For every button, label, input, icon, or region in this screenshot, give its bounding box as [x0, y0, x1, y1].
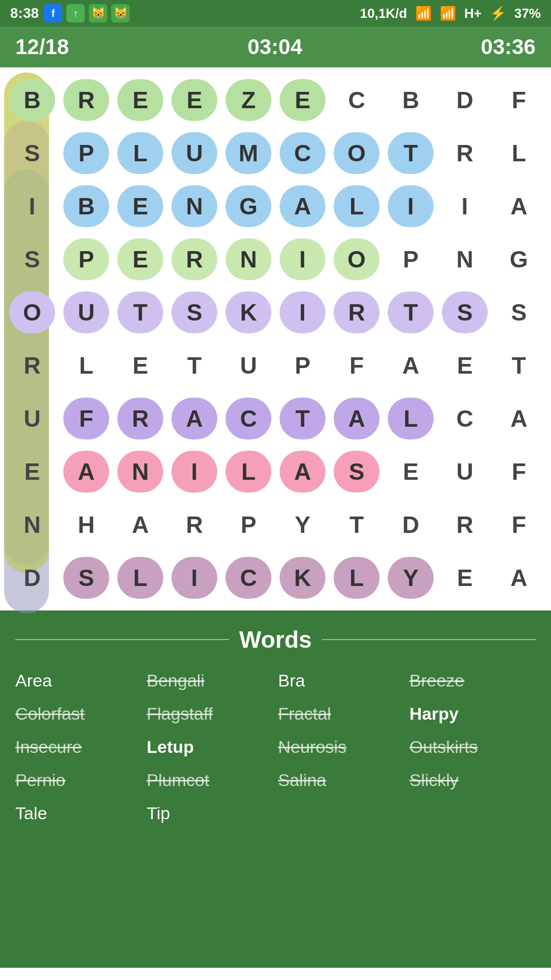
cell-r5-c8[interactable]: E — [439, 340, 491, 391]
cell-r4-c5[interactable]: I — [277, 287, 329, 338]
cell-r3-c9[interactable]: G — [493, 234, 545, 285]
cell-r8-c4[interactable]: P — [222, 499, 274, 550]
cell-r3-c3[interactable]: R — [168, 234, 220, 285]
cell-r7-c6[interactable]: S — [331, 446, 383, 497]
cell-r8-c7[interactable]: D — [385, 499, 437, 550]
cell-r7-c5[interactable]: A — [277, 446, 329, 497]
cell-r2-c7[interactable]: I — [385, 181, 437, 232]
cell-r8-c3[interactable]: R — [168, 499, 220, 550]
cell-r5-c7[interactable]: A — [385, 340, 437, 391]
cell-r6-c5[interactable]: T — [277, 393, 329, 444]
cell-r7-c7[interactable]: E — [385, 446, 437, 497]
cell-r8-c1[interactable]: H — [60, 499, 112, 550]
cell-r3-c2[interactable]: E — [114, 234, 166, 285]
cell-r6-c4[interactable]: C — [222, 393, 274, 444]
cell-r0-c2[interactable]: E — [114, 75, 166, 126]
cell-r6-c0[interactable]: U — [6, 393, 58, 444]
cell-r2-c1[interactable]: B — [60, 181, 112, 232]
cell-r9-c3[interactable]: I — [168, 552, 220, 603]
cell-r9-c8[interactable]: E — [439, 552, 491, 603]
cell-r2-c0[interactable]: I — [6, 181, 58, 232]
cell-r2-c2[interactable]: E — [114, 181, 166, 232]
cell-r2-c3[interactable]: N — [168, 181, 220, 232]
cell-r3-c1[interactable]: P — [60, 234, 112, 285]
cell-r3-c4[interactable]: N — [222, 234, 274, 285]
cell-r1-c7[interactable]: T — [385, 128, 437, 179]
cell-r5-c6[interactable]: F — [331, 340, 383, 391]
cell-r6-c2[interactable]: R — [114, 393, 166, 444]
cell-r2-c5[interactable]: A — [277, 181, 329, 232]
cell-r1-c3[interactable]: U — [168, 128, 220, 179]
cell-r2-c9[interactable]: A — [493, 181, 545, 232]
cell-r3-c7[interactable]: P — [385, 234, 437, 285]
cell-r9-c0[interactable]: D — [6, 552, 58, 603]
cell-r8-c2[interactable]: A — [114, 499, 166, 550]
cell-r1-c0[interactable]: S — [6, 128, 58, 179]
cell-r0-c6[interactable]: C — [331, 75, 383, 126]
cell-r7-c8[interactable]: U — [439, 446, 491, 497]
cell-r3-c6[interactable]: O — [331, 234, 383, 285]
cell-r5-c4[interactable]: U — [222, 340, 274, 391]
cell-r7-c9[interactable]: F — [493, 446, 545, 497]
cell-r0-c7[interactable]: B — [385, 75, 437, 126]
cell-r0-c9[interactable]: F — [493, 75, 545, 126]
cell-r7-c0[interactable]: E — [6, 446, 58, 497]
cell-r9-c4[interactable]: C — [222, 552, 274, 603]
cell-r2-c8[interactable]: I — [439, 181, 491, 232]
cell-r5-c1[interactable]: L — [60, 340, 112, 391]
cell-r9-c7[interactable]: Y — [385, 552, 437, 603]
cell-r7-c1[interactable]: A — [60, 446, 112, 497]
cell-r1-c9[interactable]: L — [493, 128, 545, 179]
cell-r1-c2[interactable]: L — [114, 128, 166, 179]
cell-r3-c8[interactable]: N — [439, 234, 491, 285]
cell-r8-c9[interactable]: F — [493, 499, 545, 550]
cell-r4-c3[interactable]: S — [168, 287, 220, 338]
cell-r4-c7[interactable]: T — [385, 287, 437, 338]
cell-r5-c3[interactable]: T — [168, 340, 220, 391]
cell-r5-c0[interactable]: R — [6, 340, 58, 391]
cell-r5-c5[interactable]: P — [277, 340, 329, 391]
cell-r3-c5[interactable]: I — [277, 234, 329, 285]
cell-r1-c6[interactable]: O — [331, 128, 383, 179]
cell-r5-c2[interactable]: E — [114, 340, 166, 391]
cell-r9-c1[interactable]: S — [60, 552, 112, 603]
cell-r0-c3[interactable]: E — [168, 75, 220, 126]
cell-r9-c5[interactable]: K — [277, 552, 329, 603]
cell-r4-c8[interactable]: S — [439, 287, 491, 338]
cell-r7-c3[interactable]: I — [168, 446, 220, 497]
cell-r9-c2[interactable]: L — [114, 552, 166, 603]
cell-r1-c5[interactable]: C — [277, 128, 329, 179]
cell-r7-c4[interactable]: L — [222, 446, 274, 497]
cell-r3-c0[interactable]: S — [6, 234, 58, 285]
cell-r5-c9[interactable]: T — [493, 340, 545, 391]
cell-r8-c6[interactable]: T — [331, 499, 383, 550]
cell-r8-c8[interactable]: R — [439, 499, 491, 550]
cell-r1-c4[interactable]: M — [222, 128, 274, 179]
cell-r4-c2[interactable]: T — [114, 287, 166, 338]
word-search-grid[interactable]: BREEZECBDFSPLUMCOTRLIBENGALIIASPERNIOPNG… — [4, 72, 547, 605]
cell-r6-c9[interactable]: A — [493, 393, 545, 444]
cell-r8-c5[interactable]: Y — [277, 499, 329, 550]
cell-r0-c0[interactable]: B — [6, 75, 58, 126]
cell-r8-c0[interactable]: N — [6, 499, 58, 550]
cell-r4-c0[interactable]: O — [6, 287, 58, 338]
cell-r4-c4[interactable]: K — [222, 287, 274, 338]
cell-r6-c3[interactable]: A — [168, 393, 220, 444]
cell-r1-c1[interactable]: P — [60, 128, 112, 179]
cell-r0-c5[interactable]: E — [277, 75, 329, 126]
cell-r9-c6[interactable]: L — [331, 552, 383, 603]
cell-r0-c1[interactable]: R — [60, 75, 112, 126]
cell-r1-c8[interactable]: R — [439, 128, 491, 179]
cell-r9-c9[interactable]: A — [493, 552, 545, 603]
cell-r0-c8[interactable]: D — [439, 75, 491, 126]
cell-r0-c4[interactable]: Z — [222, 75, 274, 126]
cell-r6-c6[interactable]: A — [331, 393, 383, 444]
cell-r2-c6[interactable]: L — [331, 181, 383, 232]
cell-r6-c8[interactable]: C — [439, 393, 491, 444]
cell-r4-c6[interactable]: R — [331, 287, 383, 338]
cell-r4-c9[interactable]: S — [493, 287, 545, 338]
cell-r2-c4[interactable]: G — [222, 181, 274, 232]
cell-r7-c2[interactable]: N — [114, 446, 166, 497]
cell-r4-c1[interactable]: U — [60, 287, 112, 338]
cell-r6-c7[interactable]: L — [385, 393, 437, 444]
